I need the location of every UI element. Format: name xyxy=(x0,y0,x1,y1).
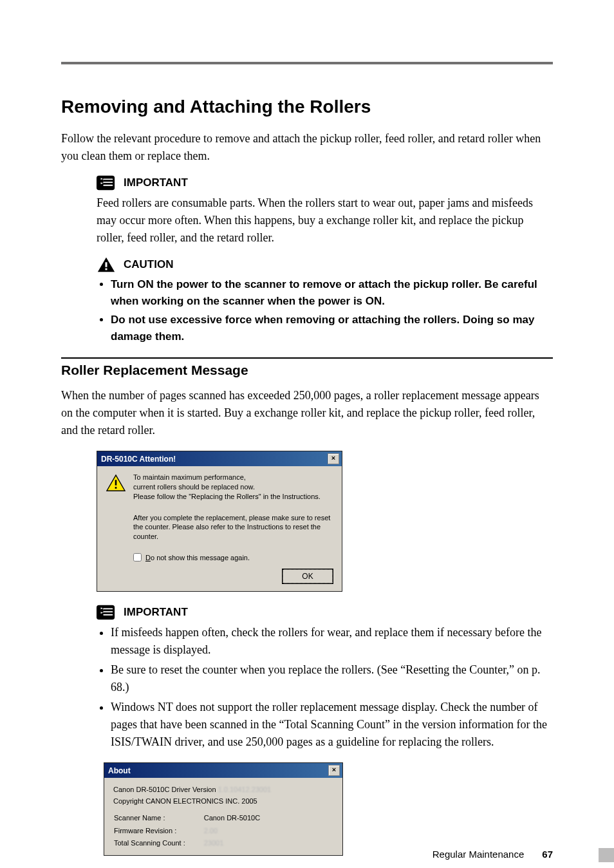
dialog-checkbox-row: Do not show this message again. xyxy=(133,553,333,561)
caution-block: CAUTION Turn ON the power to the scanner… xyxy=(97,256,553,344)
dialog-title: DR-5010C Attention! xyxy=(101,455,176,464)
dialog-message-2: After you complete the replacement, plea… xyxy=(133,513,333,542)
important-item: Windows NT does not support the roller r… xyxy=(111,699,553,751)
svg-rect-0 xyxy=(106,262,107,267)
caution-list: Turn ON the power to the scanner to remo… xyxy=(97,276,553,344)
footer-chapter: Regular Maintenance xyxy=(433,849,525,860)
svg-rect-2 xyxy=(115,480,117,485)
about-key: Firmware Revision : xyxy=(113,825,203,838)
subsection-title: Roller Replacement Message xyxy=(61,363,553,378)
dialog-titlebar: DR-5010C Attention! × xyxy=(97,451,342,466)
important-item: If misfeeds happen often, check the roll… xyxy=(111,624,553,659)
caution-icon xyxy=(97,256,116,274)
dialog-msg-line: To maintain maximum performance, xyxy=(133,473,246,481)
important-list-2: If misfeeds happen often, check the roll… xyxy=(97,624,553,751)
table-row: Scanner Name : Canon DR-5010C xyxy=(113,812,261,825)
close-button[interactable]: × xyxy=(328,453,339,464)
about-value: 23001 xyxy=(203,837,261,850)
about-dialog: About × Canon DR-5010C Driver Version 1.… xyxy=(104,762,343,856)
subsection-rule xyxy=(61,357,553,359)
important-label: IMPORTANT xyxy=(124,176,188,189)
attention-dialog: DR-5010C Attention! × To maintain maximu… xyxy=(97,451,342,592)
table-row: Total Scanning Count : 23001 xyxy=(113,837,261,850)
important-icon xyxy=(97,603,116,621)
top-rule xyxy=(61,62,553,64)
dialog-msg-line: current rollers should be replaced now. xyxy=(133,483,255,491)
do-not-show-checkbox[interactable] xyxy=(133,553,142,561)
important-header: IMPORTANT xyxy=(97,174,553,192)
ok-button[interactable]: OK xyxy=(283,569,333,583)
side-tab xyxy=(599,848,614,862)
important-item: Be sure to reset the counter when you re… xyxy=(111,661,553,696)
svg-rect-1 xyxy=(106,269,107,270)
page-footer: Regular Maintenance 67 xyxy=(433,849,553,860)
caution-item: Do not use excessive force when removing… xyxy=(111,312,553,344)
about-line-1: Canon DR-5010C Driver Version 1.0.10412.… xyxy=(113,784,333,796)
about-line-2: Copyright CANON ELECTRONICS INC. 2005 xyxy=(113,796,333,807)
dialog-message-1: To maintain maximum performance, current… xyxy=(133,473,321,502)
svg-rect-3 xyxy=(115,487,117,489)
page: Removing and Attaching the Rollers Follo… xyxy=(0,0,614,868)
about-key: Scanner Name : xyxy=(113,812,203,825)
subsection-intro: When the number of pages scanned has exc… xyxy=(61,387,553,439)
about-table: Scanner Name : Canon DR-5010C Firmware R… xyxy=(113,812,261,850)
warning-icon xyxy=(106,474,126,492)
important-block-1: IMPORTANT Feed rollers are consumable pa… xyxy=(97,174,553,247)
caution-label: CAUTION xyxy=(124,258,173,271)
important-icon xyxy=(97,174,116,192)
about-title: About xyxy=(108,766,131,775)
important-block-2: IMPORTANT If misfeeds happen often, chec… xyxy=(97,603,553,751)
footer-page-number: 67 xyxy=(542,849,553,860)
about-titlebar: About × xyxy=(104,763,342,778)
dialog-button-row: OK xyxy=(106,569,333,583)
close-button[interactable]: × xyxy=(328,765,340,776)
dialog-msg-line: Please follow the "Replacing the Rollers… xyxy=(133,493,321,500)
important-header-2: IMPORTANT xyxy=(97,603,553,621)
about-key: Total Scanning Count : xyxy=(113,837,203,850)
do-not-show-label[interactable]: Do not show this message again. xyxy=(145,554,250,561)
intro-paragraph: Follow the relevant procedure to remove … xyxy=(61,130,553,165)
caution-header: CAUTION xyxy=(97,256,553,274)
dialog-content: To maintain maximum performance, current… xyxy=(97,466,342,591)
important-text-1: Feed rollers are consumable parts. When … xyxy=(97,194,553,247)
section-title: Removing and Attaching the Rollers xyxy=(61,97,553,117)
important-label-2: IMPORTANT xyxy=(124,606,188,619)
about-value: Canon DR-5010C xyxy=(203,812,261,825)
about-value: 2.00 xyxy=(203,825,261,838)
caution-item: Turn ON the power to the scanner to remo… xyxy=(111,276,553,309)
table-row: Firmware Revision : 2.00 xyxy=(113,825,261,838)
about-content: Canon DR-5010C Driver Version 1.0.10412.… xyxy=(104,778,342,855)
